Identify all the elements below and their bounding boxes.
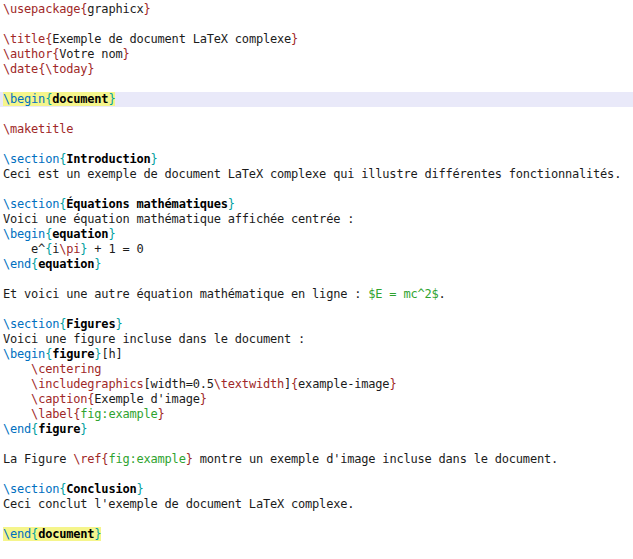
code-line[interactable] [3, 137, 633, 152]
code-line[interactable]: Voici une équation mathématique affichée… [3, 212, 633, 227]
code-token: graphicx [87, 2, 143, 16]
code-token: } [94, 527, 101, 541]
code-token: Introduction [66, 152, 150, 166]
code-token: } [151, 152, 158, 166]
code-token: \today [45, 62, 87, 76]
latex-editor[interactable]: \usepackage{graphicx}\title{Exemple de d… [0, 0, 633, 559]
code-token: document [52, 92, 108, 106]
code-line[interactable]: \begin{document} [0, 92, 633, 107]
code-token: \begin [3, 227, 45, 241]
code-token: figure [52, 347, 94, 361]
code-line[interactable]: \section{Conclusion} [3, 482, 633, 497]
code-token: \begin [3, 347, 45, 361]
code-token [3, 392, 31, 406]
code-token: Et voici une autre équation mathématique… [3, 287, 368, 301]
code-token: \section [3, 317, 59, 331]
code-line[interactable]: \centering [3, 362, 633, 377]
code-line[interactable]: \section{Équations mathématiques} [3, 197, 633, 212]
code-line[interactable]: \label{fig:example} [3, 407, 633, 422]
code-token: \maketitle [3, 122, 73, 136]
code-token: } [158, 407, 165, 421]
code-token: } [87, 62, 94, 76]
code-token: [width=0.5 [144, 377, 214, 391]
code-token: \caption [31, 392, 87, 406]
code-line[interactable] [3, 17, 633, 32]
code-token: equation [52, 227, 108, 241]
code-token: \label [31, 407, 73, 421]
code-token: example-image [298, 377, 389, 391]
code-token: } [291, 32, 298, 46]
code-token: Figures [66, 317, 115, 331]
code-token: \section [3, 197, 59, 211]
code-token: Ceci est un exemple de document LaTeX co… [3, 167, 621, 181]
code-token [3, 407, 31, 421]
code-token: Conclusion [66, 482, 136, 496]
code-line[interactable] [3, 182, 633, 197]
code-line[interactable]: La Figure \ref{fig:example} montre un ex… [3, 452, 633, 467]
code-token: [h] [101, 347, 122, 361]
code-line[interactable]: Ceci est un exemple de document LaTeX co… [3, 167, 633, 182]
code-token: \title [3, 32, 45, 46]
code-line[interactable] [3, 272, 633, 287]
code-token: \section [3, 152, 59, 166]
code-line[interactable]: \section{Introduction} [3, 152, 633, 167]
code-line[interactable]: \section{Figures} [3, 317, 633, 332]
code-token: ] [284, 377, 291, 391]
code-token: \pi [59, 242, 80, 256]
code-line[interactable]: \includegraphics[width=0.5\textwidth]{ex… [3, 377, 633, 392]
code-line[interactable] [3, 302, 633, 317]
code-line[interactable] [3, 467, 633, 482]
code-line[interactable] [3, 107, 633, 122]
code-line[interactable]: \caption{Exemple d'image} [3, 392, 633, 407]
code-token: \includegraphics [31, 377, 143, 391]
code-token: $E = mc^2$ [368, 287, 438, 301]
code-token: \date [3, 62, 38, 76]
code-token: figure [38, 422, 80, 436]
code-line[interactable]: \maketitle [3, 122, 633, 137]
code-token [3, 362, 31, 376]
code-line[interactable]: \title{Exemple de document LaTeX complex… [3, 32, 633, 47]
code-token: Voici une équation mathématique affichée… [3, 212, 354, 226]
code-token: \section [3, 482, 59, 496]
code-line[interactable]: Ceci conclut l'exemple de document LaTeX… [3, 497, 633, 512]
code-line[interactable]: \begin{equation} [3, 227, 633, 242]
code-token: Équations mathématiques [66, 197, 228, 211]
highlight-mark: \end{document} [3, 527, 101, 541]
code-token [3, 377, 31, 391]
code-token: + 1 = 0 [87, 242, 143, 256]
code-token: fig:example [80, 407, 157, 421]
code-line[interactable]: Voici une figure incluse dans le documen… [3, 332, 633, 347]
code-token: montre un exemple d'image incluse dans l… [193, 452, 558, 466]
code-token: \textwidth [214, 377, 284, 391]
code-line[interactable]: e^{i\pi} + 1 = 0 [3, 242, 633, 257]
code-token: \usepackage [3, 2, 80, 16]
code-line[interactable] [3, 77, 633, 92]
code-token: } [228, 197, 235, 211]
code-token: Voici une figure incluse dans le documen… [3, 332, 305, 346]
code-token: } [80, 422, 87, 436]
code-line[interactable]: \end{figure} [3, 422, 633, 437]
code-line[interactable]: \date{\today} [3, 62, 633, 77]
code-token: } [115, 317, 122, 331]
code-token: Votre nom [59, 47, 122, 61]
code-token: document [38, 527, 94, 541]
code-token: } [136, 482, 143, 496]
code-token: fig:example [108, 452, 185, 466]
code-line[interactable]: \end{equation} [3, 257, 633, 272]
code-token: \end [3, 422, 31, 436]
code-token: } [186, 452, 193, 466]
code-line[interactable]: \author{Votre nom} [3, 47, 633, 62]
code-token: } [122, 47, 129, 61]
code-token: \end [3, 527, 31, 541]
code-line[interactable] [3, 512, 633, 527]
code-line[interactable] [3, 437, 633, 452]
code-token: } [108, 92, 115, 106]
code-line[interactable]: Et voici une autre équation mathématique… [3, 287, 633, 302]
code-token: \ref [73, 452, 101, 466]
code-line[interactable]: \usepackage{graphicx} [3, 2, 633, 17]
highlight-mark: \begin{document} [3, 92, 115, 106]
code-line[interactable]: \end{document} [3, 527, 633, 542]
code-token: } [389, 377, 396, 391]
code-line[interactable]: \begin{figure}[h] [3, 347, 633, 362]
code-token: Exemple de document LaTeX complexe [52, 32, 291, 46]
